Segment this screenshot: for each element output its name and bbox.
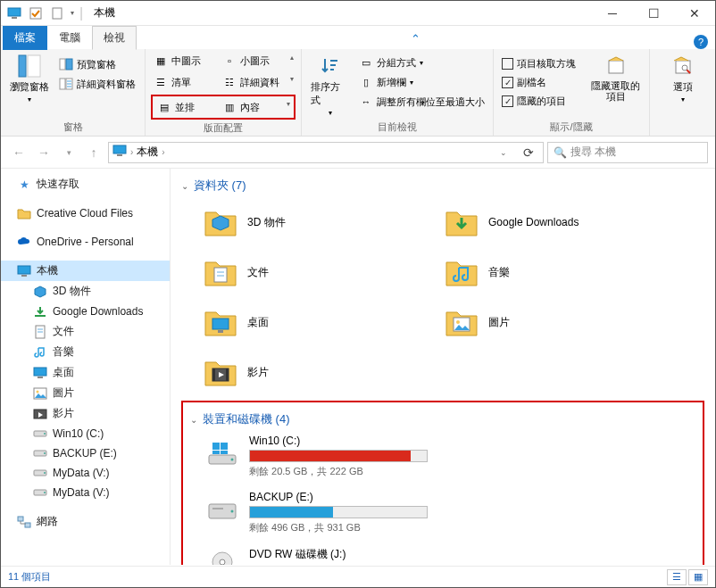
svg-rect-5 [28, 55, 40, 77]
minimize-button[interactable]: ─ [592, 1, 633, 26]
file-extensions-toggle[interactable]: ✓副檔名 [499, 74, 579, 91]
folder-item[interactable]: 桌面 [199, 297, 440, 347]
add-column-button[interactable]: ▯新增欄 ▾ [356, 73, 487, 91]
sidebar-network[interactable]: 網路 [1, 511, 170, 532]
search-input[interactable]: 🔍 搜尋 本機 [547, 142, 708, 163]
navigation-sidebar[interactable]: ★ 快速存取 Creative Cloud Files OneDrive - P… [1, 169, 171, 565]
drive-icon: DVD [204, 547, 240, 565]
group-header-folders[interactable]: ⌄ 資料夾 (7) [181, 174, 704, 197]
svg-rect-56 [212, 451, 220, 454]
sidebar-item[interactable]: 影片 [1, 403, 170, 424]
sidebar-item[interactable]: 3D 物件 [1, 281, 170, 302]
qat-properties-icon[interactable] [49, 5, 65, 21]
refresh-icon[interactable]: ⟳ [518, 142, 539, 163]
group-header-drives[interactable]: ⌄ 裝置和磁碟機 (4) [187, 408, 699, 431]
crumb-sep-icon[interactable]: › [162, 147, 164, 157]
svg-rect-40 [18, 517, 23, 521]
nav-up-button[interactable]: ↑ [83, 142, 104, 163]
content-area[interactable]: ⌄ 資料夾 (7) 3D 物件Google Downloads文件音樂桌面圖片影… [171, 169, 715, 565]
layout-tiles[interactable]: ▤並排 [154, 98, 218, 116]
sidebar-quick-access[interactable]: ★ 快速存取 [1, 174, 170, 195]
folder-icon [444, 304, 479, 340]
folder-icon [444, 254, 479, 290]
sidebar-item[interactable]: 桌面 [1, 362, 170, 383]
maximize-button[interactable]: ☐ [633, 1, 674, 26]
folder-item[interactable]: Google Downloads [440, 197, 681, 247]
drive-capacity-bar [249, 506, 428, 518]
hidden-items-toggle[interactable]: ✓隱藏的項目 [499, 93, 579, 110]
svg-rect-42 [214, 268, 227, 282]
qat-dropdown-icon[interactable]: ▾ [71, 9, 74, 17]
svg-rect-28 [37, 377, 43, 378]
layout-list[interactable]: ☰清單 [151, 73, 218, 91]
details-pane-button[interactable]: 詳細資料窗格 [56, 75, 138, 93]
view-details-toggle[interactable]: ☰ [667, 569, 687, 585]
group-by-button[interactable]: ▭分組方式 ▾ [356, 54, 487, 71]
tab-view[interactable]: 檢視 [92, 26, 137, 50]
drive-item[interactable]: Win10 (C:) 剩餘 20.5 GB，共 222 GB [201, 431, 451, 482]
folder-item[interactable]: 3D 物件 [199, 197, 440, 247]
layout-medium-icons[interactable]: ▦中圖示 [151, 52, 218, 70]
nav-recent-button[interactable]: ▾ [58, 142, 79, 163]
drive-item[interactable]: DVD DVD RW 磁碟機 (J:) [201, 543, 451, 565]
layout-small-icons[interactable]: ▫小圖示 [220, 52, 287, 70]
layout-content[interactable]: ▥內容 [220, 98, 283, 116]
item-icon [33, 345, 47, 360]
nav-back-button[interactable]: ← [8, 142, 29, 163]
folder-item[interactable]: 音樂 [440, 247, 681, 297]
svg-rect-51 [226, 369, 229, 381]
help-icon[interactable]: ? [694, 35, 708, 49]
sidebar-onedrive[interactable]: OneDrive - Personal [1, 232, 170, 252]
view-large-toggle[interactable]: ▦ [688, 569, 708, 585]
layout-details[interactable]: ☷詳細資料 [220, 73, 287, 91]
folder-item[interactable]: 文件 [199, 247, 440, 297]
navigation-pane-button[interactable]: 瀏覽窗格 ▾ [6, 52, 53, 105]
sidebar-item[interactable]: 圖片 [1, 383, 170, 403]
sidebar-item[interactable]: MyData (V:) [1, 463, 170, 483]
folder-item[interactable]: 影片 [199, 347, 440, 397]
sidebar-creative-cloud[interactable]: Creative Cloud Files [1, 203, 170, 223]
hide-selected-button[interactable]: 隱藏選取的項目 [587, 52, 644, 104]
fit-columns-button[interactable]: ↔調整所有欄位至最適大小 [356, 93, 487, 111]
qat-checkbox-icon[interactable] [28, 5, 44, 21]
status-item-count: 11 個項目 [8, 570, 51, 584]
chevron-down-icon: ⌄ [181, 181, 188, 191]
crumb-sep-icon[interactable]: › [130, 147, 133, 157]
sort-by-button[interactable]: 排序方式 ▾ [307, 52, 353, 119]
tab-computer[interactable]: 電腦 [47, 26, 92, 50]
breadcrumb-root[interactable]: 本機 [137, 145, 158, 160]
layout-more[interactable]: ▾ [285, 98, 292, 116]
drive-item[interactable]: BACKUP (E:) 剩餘 496 GB，共 931 GB [201, 487, 451, 538]
item-icon [33, 407, 47, 421]
folder-icon [203, 304, 238, 340]
sidebar-item[interactable]: BACKUP (E:) [1, 443, 170, 463]
svg-rect-55 [221, 443, 228, 450]
options-button[interactable]: 選項 ▾ [667, 52, 699, 105]
svg-rect-21 [18, 266, 30, 274]
sidebar-item[interactable]: Google Downloads [1, 302, 170, 321]
preview-pane-button[interactable]: 預覽窗格 [56, 55, 138, 73]
svg-rect-45 [212, 319, 229, 329]
layout-scroll-down[interactable]: ▾ [288, 73, 296, 91]
sidebar-item[interactable]: MyData (V:) [1, 483, 170, 502]
svg-rect-46 [218, 330, 223, 333]
nav-forward-button[interactable]: → [33, 142, 54, 163]
addr-dropdown-icon[interactable]: ⌄ [493, 142, 514, 163]
item-checkboxes-toggle[interactable]: 項目核取方塊 [499, 55, 579, 72]
ribbon-collapse-icon[interactable]: ⌃ [402, 29, 429, 49]
layout-scroll-up[interactable]: ▴ [288, 52, 296, 70]
sidebar-item[interactable]: Win10 (C:) [1, 424, 170, 443]
svg-point-63 [220, 559, 225, 565]
sidebar-this-pc[interactable]: 本機 [1, 261, 170, 281]
sidebar-item[interactable]: 文件 [1, 321, 170, 342]
folder-icon [203, 254, 238, 290]
ribbon-group-layout-label: 版面配置 [151, 120, 296, 135]
close-button[interactable]: ✕ [674, 1, 715, 26]
pc-icon [6, 5, 22, 21]
tab-file[interactable]: 檔案 [3, 26, 47, 50]
sidebar-item[interactable]: 音樂 [1, 342, 170, 362]
address-bar[interactable]: › 本機 › ⌄ ⟳ [108, 142, 544, 163]
folder-item[interactable]: 圖片 [440, 297, 681, 347]
item-icon [33, 446, 47, 460]
svg-rect-23 [35, 315, 46, 317]
